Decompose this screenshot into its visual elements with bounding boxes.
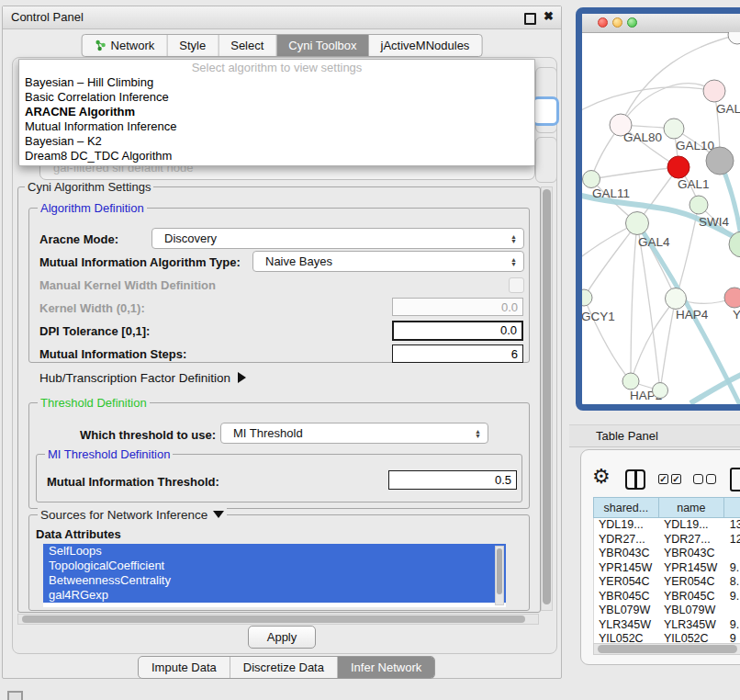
network-node-gcy1[interactable] xyxy=(582,289,592,306)
float-window-icon[interactable] xyxy=(524,13,536,25)
table-cell: YER054C xyxy=(659,575,725,590)
network-node-y[interactable] xyxy=(724,288,740,308)
network-canvas[interactable]: GALGAL80GAL10GAL1GAL11SWI4GAL4GCY1HAP4YH… xyxy=(582,32,740,411)
algorithm-option-dream8-dc-tdc-algorithm[interactable]: Dream8 DC_TDC Algorithm xyxy=(19,149,534,164)
mi-steps-field[interactable]: 6 xyxy=(392,344,523,363)
table-row[interactable]: YLR345WYLR345W9. xyxy=(594,618,740,633)
gear-icon[interactable]: ⚙ xyxy=(592,465,611,489)
table-row[interactable]: YPR145WYPR145W9. xyxy=(594,561,740,576)
aracne-mode-label: Aracne Mode: xyxy=(39,232,118,246)
network-edge[interactable] xyxy=(631,223,637,381)
close-icon[interactable]: ✖ xyxy=(544,9,554,23)
attributes-list-scrollbar[interactable] xyxy=(495,546,504,605)
tab-discretize-data[interactable]: Discretize Data xyxy=(230,657,338,678)
node-table: shared...nameA YDL19...YDL19...13YDR27..… xyxy=(593,497,740,643)
deselect-checkboxes-icon[interactable] xyxy=(706,474,716,484)
select-all-checkboxes-icon[interactable]: ✓ xyxy=(671,474,681,484)
algorithm-option-aracne-algorithm[interactable]: ARACNE Algorithm xyxy=(19,105,534,119)
apply-button[interactable]: Apply xyxy=(248,626,316,649)
data-attributes-list[interactable]: SelfLoopsTopologicalCoefficientBetweenne… xyxy=(43,544,506,607)
table-horizontal-scrollbar[interactable] xyxy=(593,643,740,655)
combo-spinner-icon: ▲▼ xyxy=(475,429,481,438)
mi-type-combo[interactable]: Naive Bayes ▲▼ xyxy=(252,251,524,272)
table-cell: YLR345W xyxy=(659,618,725,633)
tab-select[interactable]: Select xyxy=(219,35,276,56)
table-cell: YBL079W xyxy=(659,604,725,618)
tab-infer-network[interactable]: Infer Network xyxy=(338,657,434,678)
window-grip-icon[interactable] xyxy=(7,691,23,700)
column-header-shared[interactable]: shared... xyxy=(594,498,659,517)
minimize-traffic-light-icon[interactable] xyxy=(612,17,622,28)
network-node-hap2[interactable] xyxy=(622,373,639,390)
table-row[interactable]: YER054CYER054C8. xyxy=(594,575,740,590)
table-panel-bar[interactable]: Table Panel xyxy=(569,424,740,447)
settings-horizontal-scrollbar[interactable] xyxy=(17,614,539,625)
algorithm-option-mutual-information-inference[interactable]: Mutual Information Inference xyxy=(19,119,534,134)
algorithm-option-bayesian-k2[interactable]: Bayesian – K2 xyxy=(19,134,534,149)
network-view-window[interactable]: GALGAL80GAL10GAL1GAL11SWI4GAL4GCY1HAP4YH… xyxy=(576,7,740,411)
hub-factor-expander[interactable]: Hub/Transcription Factor Definition xyxy=(39,371,246,385)
split-columns-icon[interactable] xyxy=(625,469,645,490)
mi-threshold-field[interactable]: 0.5 xyxy=(388,470,517,490)
sources-group-title[interactable]: Sources for Network Inference xyxy=(38,508,227,522)
table-row[interactable]: YBR043CYBR043C xyxy=(594,547,740,561)
network-node-gal4[interactable] xyxy=(626,212,649,235)
dpi-tolerance-field[interactable]: 0.0 xyxy=(392,321,523,341)
new-page-icon[interactable] xyxy=(730,468,740,491)
which-threshold-value: MI Threshold xyxy=(233,426,303,440)
node-label: GAL1 xyxy=(678,177,710,191)
table-row[interactable]: YBR045CYBR045C9. xyxy=(594,590,740,604)
attribute-item-gal4rgexp[interactable]: gal4RGexp xyxy=(43,588,506,603)
table-row[interactable]: YBL079WYBL079W xyxy=(594,604,740,618)
select-all-checkboxes-icon[interactable]: ✓ xyxy=(658,474,668,484)
algorithm-combo-focus-fragment[interactable] xyxy=(532,96,559,126)
algorithm-option-basic-correlation-inference[interactable]: Basic Correlation Inference xyxy=(19,90,534,105)
node-label: GCY1 xyxy=(582,310,615,323)
network-node[interactable] xyxy=(653,383,668,399)
aracne-mode-combo[interactable]: Discovery ▲▼ xyxy=(151,228,524,249)
table-row[interactable]: YDR27...YDR27...12 xyxy=(594,533,740,548)
tab-label: jActiveMNodules xyxy=(381,39,470,52)
network-node[interactable] xyxy=(728,32,740,44)
which-threshold-combo[interactable]: MI Threshold ▲▼ xyxy=(220,423,488,444)
table-cell xyxy=(725,547,740,561)
zoom-traffic-light-icon[interactable] xyxy=(627,17,637,28)
tab-style[interactable]: Style xyxy=(167,35,219,56)
network-window-titlebar[interactable] xyxy=(582,14,740,33)
deselect-checkboxes-icon[interactable] xyxy=(693,474,703,484)
network-edge[interactable] xyxy=(584,223,637,298)
manual-kernel-checkbox[interactable] xyxy=(509,277,524,293)
network-node-gal11[interactable] xyxy=(583,171,600,188)
tab-jactivemnodules[interactable]: jActiveMNodules xyxy=(369,35,482,56)
network-edge[interactable] xyxy=(660,299,676,390)
network-edge[interactable] xyxy=(591,167,678,179)
table-row[interactable]: YIL052CYIL052C9 xyxy=(594,632,740,643)
column-header-a[interactable]: A xyxy=(724,498,740,517)
algorithm-option-bayesian-hill-climbing[interactable]: Bayesian – Hill Climbing xyxy=(19,75,534,90)
tab-cyni-toolbox[interactable]: Cyni Toolbox xyxy=(276,35,368,56)
network-node[interactable] xyxy=(706,147,734,175)
network-edge[interactable] xyxy=(631,299,676,381)
attribute-item-topologicalcoefficient[interactable]: TopologicalCoefficient xyxy=(43,559,506,573)
network-edge[interactable] xyxy=(582,87,714,115)
tab-network[interactable]: Network xyxy=(83,35,168,56)
network-node-gal[interactable] xyxy=(703,80,725,102)
cyni-algorithm-settings-title: Cyni Algorithm Settings xyxy=(25,180,153,194)
attribute-item-betweennesscentrality[interactable]: BetweennessCentrality xyxy=(43,573,506,588)
network-node-swi4[interactable] xyxy=(690,196,708,214)
kernel-width-field[interactable]: 0.0 xyxy=(392,298,523,316)
network-node-gal10[interactable] xyxy=(664,119,684,139)
tab-label: Network xyxy=(111,39,155,52)
table-row[interactable]: YDL19...YDL19...13 xyxy=(594,518,740,533)
attribute-item-selfloops[interactable]: SelfLoops xyxy=(43,544,506,559)
network-edge[interactable] xyxy=(621,84,714,125)
settings-vertical-scrollbar[interactable] xyxy=(541,186,553,611)
table-cell: YIL052C xyxy=(594,632,659,643)
table-cell: 9. xyxy=(725,618,740,633)
close-traffic-light-icon[interactable] xyxy=(598,17,608,28)
tab-impute-data[interactable]: Impute Data xyxy=(139,657,230,678)
network-node-gal1[interactable] xyxy=(667,156,690,178)
network-node-hap4[interactable] xyxy=(666,288,687,310)
control-panel-titlebar[interactable]: Control Panel ✖ xyxy=(3,6,561,29)
column-header-name[interactable]: name xyxy=(659,498,725,517)
